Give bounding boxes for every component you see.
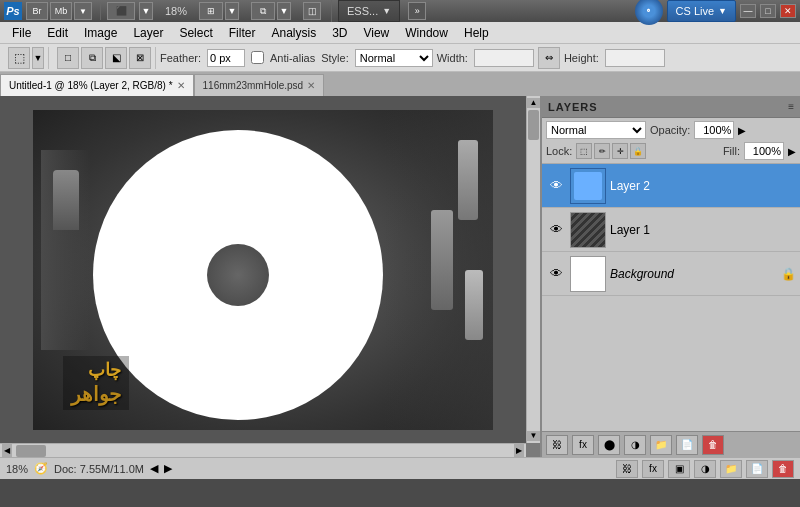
menu-filter[interactable]: Filter bbox=[221, 24, 264, 42]
status-scroll-left[interactable]: ◀ bbox=[150, 462, 158, 475]
canvas-scroll-vertical[interactable]: ▲ ▼ bbox=[526, 96, 540, 443]
status-right-area: ⛓ fx ▣ ◑ 📁 📄 🗑 bbox=[616, 460, 794, 478]
layer-item-background[interactable]: 👁 Background 🔒 bbox=[542, 252, 800, 296]
extend-btn[interactable]: » bbox=[408, 2, 426, 20]
menu-image[interactable]: Image bbox=[76, 24, 125, 42]
tab-116mm-close[interactable]: ✕ bbox=[307, 80, 315, 91]
zoom-display: 18% bbox=[165, 5, 187, 17]
menu-edit[interactable]: Edit bbox=[39, 24, 76, 42]
filmstrip-btn[interactable]: ⬛ bbox=[107, 2, 135, 20]
status-nav-icon[interactable]: 🧭 bbox=[34, 462, 48, 475]
width-label: Width: bbox=[437, 52, 468, 64]
antialias-checkbox[interactable] bbox=[251, 51, 264, 64]
opacity-field[interactable] bbox=[694, 121, 734, 139]
tab-untitled-close[interactable]: ✕ bbox=[177, 80, 185, 91]
status-new-btn[interactable]: 📄 bbox=[746, 460, 768, 478]
menu-analysis[interactable]: Analysis bbox=[263, 24, 324, 42]
lock-label: Lock: bbox=[546, 145, 572, 157]
canvas-scroll-horizontal[interactable]: ◀ ▶ bbox=[0, 443, 526, 457]
background-visibility-btn[interactable]: 👁 bbox=[546, 264, 566, 284]
expand-btn2[interactable]: ▼ bbox=[74, 2, 92, 20]
lock-paint-btn[interactable]: ✏ bbox=[594, 143, 610, 159]
rect-select-btn[interactable]: ⬚ bbox=[8, 47, 30, 69]
lock-transparent-btn[interactable]: ⬚ bbox=[576, 143, 592, 159]
screen-btn[interactable]: ◫ bbox=[303, 2, 321, 20]
menu-bar: File Edit Image Layer Select Filter Anal… bbox=[0, 22, 800, 44]
height-label: Height: bbox=[564, 52, 599, 64]
filmstrip-dropdown[interactable]: ▼ bbox=[139, 2, 153, 20]
fill-field[interactable] bbox=[744, 142, 784, 160]
menu-layer[interactable]: Layer bbox=[125, 24, 171, 42]
add-sel-btn[interactable]: ⧉ bbox=[81, 47, 103, 69]
antialias-label: Anti-alias bbox=[270, 52, 315, 64]
menu-window[interactable]: Window bbox=[397, 24, 456, 42]
adjustment-layer-btn[interactable]: ◑ bbox=[624, 435, 646, 455]
status-adj-btn[interactable]: ◑ bbox=[694, 460, 716, 478]
delete-layer-btn[interactable]: 🗑 bbox=[702, 435, 724, 455]
arrange-btn[interactable]: ⧉ bbox=[251, 2, 275, 20]
cs-live-button[interactable]: CS Live ▼ bbox=[667, 0, 736, 22]
layer-list: 👁 Layer 2 👁 Layer 1 👁 Backgr bbox=[542, 164, 800, 431]
minimize-btn[interactable]: — bbox=[740, 4, 756, 18]
layers-bottom-bar: ⛓ fx ⬤ ◑ 📁 📄 🗑 bbox=[542, 431, 800, 457]
status-fx-btn[interactable]: fx bbox=[642, 460, 664, 478]
layer-mask-btn[interactable]: ⬤ bbox=[598, 435, 620, 455]
maximize-btn[interactable]: □ bbox=[760, 4, 776, 18]
close-btn[interactable]: ✕ bbox=[780, 4, 796, 18]
status-del-btn[interactable]: 🗑 bbox=[772, 460, 794, 478]
view-grid-dropdown[interactable]: ▼ bbox=[225, 2, 239, 20]
intersect-sel-btn[interactable]: ⊠ bbox=[129, 47, 151, 69]
menu-view[interactable]: View bbox=[355, 24, 397, 42]
title-bar-left: Ps Br Mb ▼ ⬛ ▼ 18% ⊞ ▼ ⧉ ▼ ◫ ESS... ▼ bbox=[4, 0, 426, 22]
tab-untitled[interactable]: Untitled-1 @ 18% (Layer 2, RGB/8) * ✕ bbox=[0, 74, 194, 96]
title-bar: Ps Br Mb ▼ ⬛ ▼ 18% ⊞ ▼ ⧉ ▼ ◫ ESS... ▼ bbox=[0, 0, 800, 22]
artwork: چاپ جواهر bbox=[33, 110, 493, 430]
new-sel-btn[interactable]: □ bbox=[57, 47, 79, 69]
status-mask-btn[interactable]: ▣ bbox=[668, 460, 690, 478]
blend-mode-select[interactable]: Normal Multiply Screen bbox=[546, 121, 646, 139]
layer2-thumb bbox=[570, 168, 606, 204]
arabic-logo: چاپ جواهر bbox=[63, 356, 129, 410]
layer2-name: Layer 2 bbox=[610, 179, 796, 193]
swap-wh-btn[interactable]: ⇔ bbox=[538, 47, 560, 69]
status-scroll-right[interactable]: ▶ bbox=[164, 462, 172, 475]
opacity-label: Opacity: bbox=[650, 124, 690, 136]
link-layers-btn[interactable]: ⛓ bbox=[546, 435, 568, 455]
select-dropdown-btn[interactable]: ▼ bbox=[32, 47, 44, 69]
tab-bar: Untitled-1 @ 18% (Layer 2, RGB/8) * ✕ 11… bbox=[0, 72, 800, 96]
minibr-btn[interactable]: Mb bbox=[50, 2, 72, 20]
lock-fill-row: Lock: ⬚ ✏ ✛ 🔒 Fill: ▶ bbox=[546, 142, 796, 160]
menu-select[interactable]: Select bbox=[171, 24, 220, 42]
new-layer-btn[interactable]: 📄 bbox=[676, 435, 698, 455]
layers-menu-btn[interactable]: ≡ bbox=[788, 101, 794, 112]
blend-opacity-row: Normal Multiply Screen Opacity: ▶ bbox=[546, 121, 796, 139]
layer2-visibility-btn[interactable]: 👁 bbox=[546, 176, 566, 196]
workspace-btn[interactable]: ESS... ▼ bbox=[338, 0, 400, 22]
lock-move-btn[interactable]: ✛ bbox=[612, 143, 628, 159]
view-grid-btn[interactable]: ⊞ bbox=[199, 2, 223, 20]
layer-style-btn[interactable]: fx bbox=[572, 435, 594, 455]
opacity-arrow-right[interactable]: ▶ bbox=[738, 125, 746, 136]
feather-input[interactable] bbox=[207, 49, 245, 67]
status-folder-btn[interactable]: 📁 bbox=[720, 460, 742, 478]
layer1-visibility-btn[interactable]: 👁 bbox=[546, 220, 566, 240]
layer1-name: Layer 1 bbox=[610, 223, 796, 237]
height-input[interactable] bbox=[605, 49, 665, 67]
lock-all-btn[interactable]: 🔒 bbox=[630, 143, 646, 159]
new-group-btn[interactable]: 📁 bbox=[650, 435, 672, 455]
fill-arrow-right[interactable]: ▶ bbox=[788, 146, 796, 157]
bridge-btn[interactable]: Br bbox=[26, 2, 48, 20]
sub-sel-btn[interactable]: ⬕ bbox=[105, 47, 127, 69]
status-link-btn[interactable]: ⛓ bbox=[616, 460, 638, 478]
menu-help[interactable]: Help bbox=[456, 24, 497, 42]
menu-file[interactable]: File bbox=[4, 24, 39, 42]
menu-3d[interactable]: 3D bbox=[324, 24, 355, 42]
cs-live-icon: ⚬ bbox=[635, 0, 663, 25]
status-zoom: 18% bbox=[6, 463, 28, 475]
style-select[interactable]: Normal Fixed Ratio Fixed Size bbox=[355, 49, 433, 67]
layer-item-layer1[interactable]: 👁 Layer 1 bbox=[542, 208, 800, 252]
tab-116mm[interactable]: 116mm23mmHole.psd ✕ bbox=[194, 74, 325, 96]
arrange-dropdown[interactable]: ▼ bbox=[277, 2, 291, 20]
layer-item-layer2[interactable]: 👁 Layer 2 bbox=[542, 164, 800, 208]
width-input[interactable] bbox=[474, 49, 534, 67]
